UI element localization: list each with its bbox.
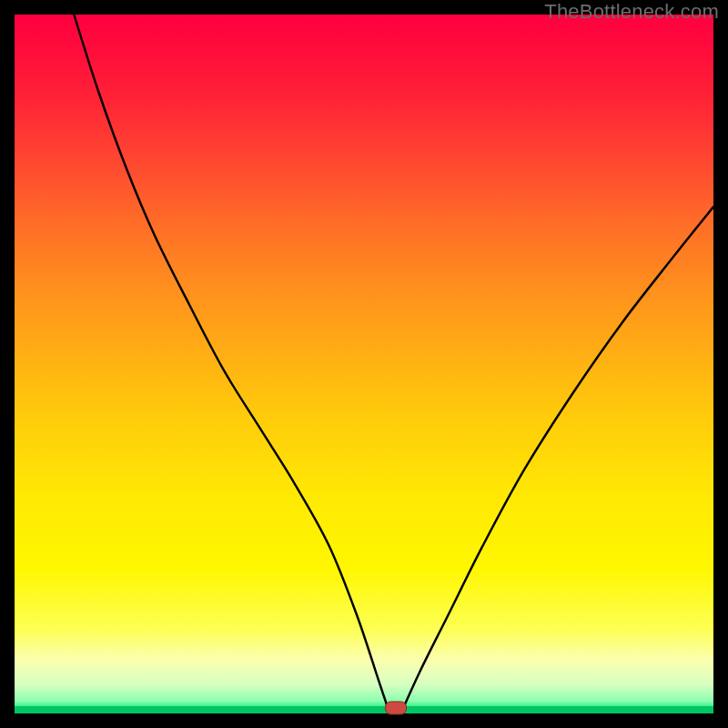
optimum-marker [385, 701, 407, 714]
chart-area [15, 15, 713, 713]
bottleneck-curve [15, 15, 713, 713]
attribution-text: TheBottleneck.com [544, 0, 719, 24]
